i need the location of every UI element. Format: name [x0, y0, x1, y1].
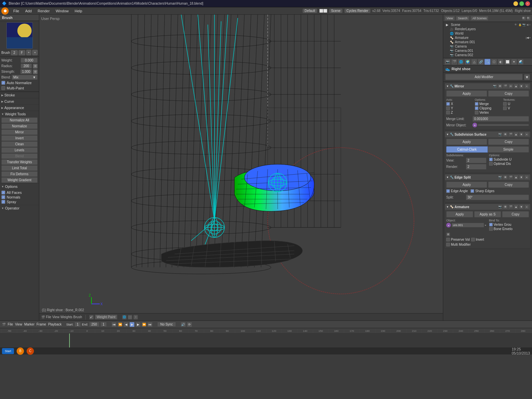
sub-down-btn[interactable]: ▼ — [519, 132, 524, 137]
options-section[interactable]: ▼ Options — [0, 183, 39, 190]
sub-copy-btn[interactable]: Copy — [488, 139, 529, 145]
edge-angle-cb[interactable]: ✓ — [446, 189, 450, 193]
prop-constraint-btn[interactable]: 🔗 — [478, 59, 484, 65]
chrome-taskbar-btn[interactable]: C — [27, 347, 34, 355]
mirror-render-btn[interactable]: 🎬 — [503, 84, 508, 88]
timeline-body[interactable]: -50 -40 -30 -20 -10 0 10 20 30 40 50 60 … — [0, 328, 532, 347]
arm-obj-clear[interactable]: × — [485, 224, 486, 227]
all-faces-cb[interactable]: ✓ — [1, 191, 5, 195]
levels-btn[interactable]: Levels — [1, 147, 38, 153]
vb-view[interactable]: View — [52, 315, 60, 319]
mirror-down-btn[interactable]: ▼ — [519, 84, 524, 88]
limit-total-btn[interactable]: Limit Total — [1, 165, 38, 171]
arm-obj-value[interactable]: ure.001 — [452, 223, 484, 227]
close-icon[interactable]: × — [529, 23, 531, 26]
strength-value[interactable]: 1.000 — [20, 69, 32, 74]
prop-world-btn[interactable]: 🌍 — [465, 59, 470, 65]
axis-y-cb[interactable] — [446, 106, 450, 110]
arm-copy-btn[interactable]: Copy — [502, 211, 529, 217]
tree-armature-001[interactable]: 🦴 Armature.001 — [443, 40, 532, 44]
brush-flag[interactable]: F — [19, 50, 25, 55]
normalize-btn[interactable]: Normalize — [1, 123, 38, 129]
catmul-clark-tab[interactable]: Catmul-Clark — [446, 146, 488, 153]
timeline-track[interactable] — [0, 333, 532, 347]
mirror-up-btn[interactable]: ▲ — [514, 84, 518, 88]
mirror-eye-btn[interactable]: 👁 — [498, 84, 502, 88]
blender-taskbar-btn[interactable]: B — [17, 347, 24, 355]
tl-file[interactable]: File — [8, 323, 13, 326]
mirror-header[interactable]: ▼ 🔧 Mirror 📷 👁 🎬 ✏ ▲ ▼ × — [445, 83, 530, 89]
curve-section[interactable]: ▶ Curve — [0, 98, 39, 104]
sharp-edges-cb[interactable]: ✓ — [470, 189, 474, 193]
menu-add[interactable]: Add — [23, 8, 35, 14]
invert-btn[interactable]: Invert — [1, 135, 38, 141]
prop-material-btn[interactable]: ◐ — [498, 59, 504, 65]
edge-copy-btn[interactable]: Copy — [488, 182, 529, 188]
prop-modifier-btn[interactable]: 🔧 — [484, 59, 490, 65]
render-value[interactable]: 2 — [466, 164, 486, 170]
right-icon-2[interactable]: ⊟ — [527, 16, 531, 20]
subdivide-u-cb[interactable]: ✓ — [489, 158, 493, 161]
vb-weights[interactable]: Weights — [61, 315, 72, 319]
sub-close-btn[interactable]: × — [524, 132, 529, 137]
arm-apply-as-btn[interactable]: Apply as S — [474, 211, 501, 217]
weight-paint-label[interactable]: Weight Paint — [95, 315, 118, 320]
radius-value[interactable]: 200 — [21, 64, 32, 68]
render-icon[interactable]: 📷 — [522, 23, 526, 26]
auto-normalize-cb[interactable]: ✓ — [1, 81, 5, 85]
menu-file[interactable]: File — [11, 8, 22, 14]
tl-marker[interactable]: Marker — [24, 323, 35, 326]
arm-camera-btn[interactable]: 📷 — [498, 204, 502, 209]
prop-render-btn[interactable]: 🎬 — [451, 59, 457, 65]
optimal-dis-cb[interactable] — [489, 162, 493, 166]
scene-selector[interactable]: Scene — [329, 9, 342, 13]
merge-limit-value[interactable]: 0.001000 — [472, 116, 529, 122]
preserve-vol-cb[interactable] — [446, 238, 450, 241]
playhead[interactable] — [69, 333, 70, 347]
viewport[interactable]: User Persp — [39, 15, 443, 321]
globe-icon[interactable]: 🌐 — [122, 315, 127, 320]
vertex-group-cb[interactable]: ✓ — [489, 223, 493, 226]
viewport-mode-icon[interactable]: 🖌 — [89, 315, 94, 320]
audio-icon[interactable]: 🔊 — [181, 322, 186, 327]
tree-camera[interactable]: 📷 Camera — [443, 44, 532, 49]
view-value[interactable]: 2 — [466, 158, 486, 163]
expand-icon[interactable]: ◀ — [526, 23, 528, 26]
axis-x-cb[interactable]: ✓ — [446, 102, 450, 106]
brush-icon-plus[interactable]: + — [26, 50, 32, 55]
sub-camera-btn[interactable]: 📷 — [498, 132, 502, 137]
search-btn[interactable]: Search — [456, 16, 469, 21]
prop-particle-btn[interactable]: ✦ — [511, 59, 517, 65]
menu-render[interactable]: Render — [35, 8, 52, 14]
tree-camera-001[interactable]: 📷 Camera.001 — [443, 49, 532, 53]
end-value[interactable]: 250 — [89, 322, 99, 327]
simple-tab[interactable]: Simple — [488, 146, 529, 153]
close-button[interactable]: × — [525, 1, 530, 6]
arm-apply-btn[interactable]: Apply — [446, 211, 473, 217]
jump-end-btn[interactable]: ⏭ — [147, 322, 153, 327]
mirror-btn[interactable]: Mirror — [1, 129, 38, 135]
edge-apply-btn[interactable]: Apply — [446, 182, 487, 188]
view-btn[interactable]: View — [445, 16, 455, 21]
prev-frame-btn[interactable]: ⏪ — [117, 322, 123, 327]
radius-btn[interactable]: ⊙ — [33, 64, 38, 68]
arm-render-btn[interactable]: 🎬 — [508, 204, 513, 209]
tree-world[interactable]: 🌐 World — [443, 31, 532, 36]
prop-data-btn[interactable]: ⬡ — [491, 59, 497, 65]
edgesplit-header[interactable]: ▼ 🔧 Edge Split 📷 👁 🎬 ▲ ▼ × — [445, 174, 530, 180]
prop-camera-btn[interactable]: 📷 — [445, 59, 451, 65]
multi-modifier-cb[interactable] — [446, 243, 450, 246]
sub-apply-btn[interactable]: Apply — [446, 139, 487, 145]
next-frame-btn[interactable]: ⏩ — [141, 322, 147, 327]
strength-btn[interactable]: ⊙ — [33, 69, 38, 74]
bone-envelo-cb[interactable] — [489, 227, 493, 231]
split-value[interactable]: 30° — [466, 195, 529, 200]
edge-render-btn[interactable]: 🎬 — [508, 175, 513, 180]
edge-up-btn[interactable]: ▲ — [514, 175, 518, 180]
sync-icon[interactable]: ⟳ — [187, 322, 192, 327]
normals-cb[interactable]: ✓ — [1, 195, 5, 199]
vb-file[interactable]: File — [46, 315, 51, 319]
weight-value[interactable]: 0.000 — [21, 58, 38, 63]
sync-select[interactable]: No Sync — [157, 322, 176, 327]
sub-eye-btn[interactable]: 👁 — [503, 132, 508, 137]
